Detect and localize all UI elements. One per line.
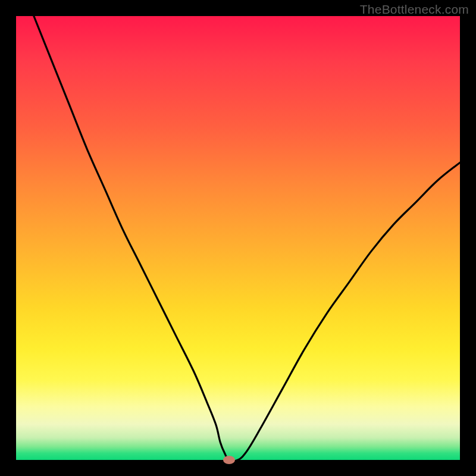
bottleneck-curve [34, 16, 460, 460]
chart-svg [16, 16, 460, 460]
plot-area [16, 16, 460, 460]
watermark-text: TheBottleneck.com [360, 2, 469, 17]
optimal-point-marker [223, 456, 235, 464]
